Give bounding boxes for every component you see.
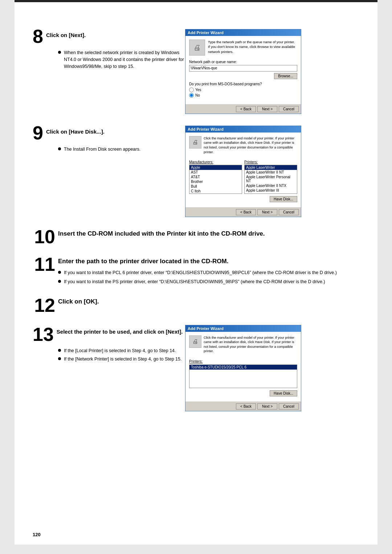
step9-printer-lwpnt[interactable]: Apple LaserWriter Personal NT	[245, 175, 297, 183]
step8-wizard-desc: Type the network path or the queue name …	[208, 40, 297, 54]
step9-next-button[interactable]: Next >	[257, 209, 277, 215]
step9-container: 9 Click on [Have Disk...]. The Install F…	[33, 126, 359, 217]
step13-wizard-desc: Click the manufacturer and model of your…	[204, 335, 297, 354]
step13-back-button[interactable]: < Back	[236, 403, 256, 410]
step10-number: 10	[33, 227, 55, 246]
step9-printer-laserwriter[interactable]: Apple LaserWriter	[245, 165, 297, 170]
step10-title: Insert the CD-ROM included with the Prin…	[58, 229, 359, 238]
step13-next-button[interactable]: Next >	[257, 403, 277, 410]
step8-radio-no-row: No	[189, 93, 297, 98]
step9-printer-lw3[interactable]: Apple LaserWriter III	[245, 188, 297, 193]
step9-list-columns: Manufacturers: Apple AST AT&T Brother Bu…	[189, 160, 297, 194]
step9-printer-lwiig[interactable]: Apple LaserWriter IIg	[245, 193, 297, 194]
step13-wizard-titlebar: Add Printer Wizard	[185, 325, 301, 332]
step9-manufacturer-att[interactable]: AT&T	[189, 175, 242, 179]
step8-right: Add Printer Wizard 🖨 Type the network pa…	[185, 29, 359, 114]
step12-title: Click on [OK].	[58, 298, 359, 305]
step9-title: Click on [Have Disk...].	[46, 129, 105, 135]
step11-bullet-dot-1	[58, 271, 61, 274]
step13-container: 13 Select the printer to be used, and cl…	[33, 325, 359, 411]
step9-manufacturer-ast[interactable]: AST	[189, 170, 242, 175]
step13-left: 13 Select the printer to be used, and cl…	[33, 325, 185, 411]
step9-wizard-footer: < Back Next > Cancel	[185, 207, 301, 217]
step12-body: Click on [OK].	[58, 296, 359, 305]
step8-network-path-input[interactable]	[189, 65, 297, 72]
step8-radio-yes[interactable]	[189, 87, 194, 92]
step13-printers-label: Printers:	[189, 359, 297, 363]
step13-bullet-dot-2	[58, 357, 61, 360]
step13-bullet-2: If the [Network Printer] is selected in …	[58, 356, 185, 363]
step12-container: 12 Click on [OK].	[33, 296, 359, 315]
step13-bullet-1: If the [Local Printer] is selected in St…	[58, 347, 185, 354]
step10-container: 10 Insert the CD-ROM included with the P…	[33, 227, 359, 246]
step13-wizard-body: 🖨 Click the manufacturer and model of yo…	[185, 332, 301, 402]
step9-manufacturers-list[interactable]: Apple AST AT&T Brother Bull C Itoh Canon	[189, 165, 242, 194]
step8-network-path-label: Network path or queue name:	[189, 60, 297, 64]
step10-body: Insert the CD-ROM included with the Prin…	[58, 227, 359, 238]
step12-number: 12	[33, 296, 55, 315]
step8-browse-button[interactable]: Browse...	[274, 73, 297, 79]
step13-have-disk-button[interactable]: Have Disk...	[270, 390, 297, 396]
step9-printers-label: Printers:	[244, 160, 297, 164]
step13-cancel-button[interactable]: Cancel	[279, 403, 299, 410]
step8-number: 8	[33, 27, 43, 46]
step11-bullet-2: If you want to install the PS printer dr…	[58, 278, 359, 285]
step9-wizard-body: 🖨 Click the manufacturer and model of yo…	[185, 133, 301, 207]
step13-wizard: Add Printer Wizard 🖨 Click the manufactu…	[185, 325, 301, 411]
step13-title: Select the printer to be used, and click…	[57, 328, 183, 335]
step9-manufacturer-canon[interactable]: Canon	[189, 194, 242, 194]
step13-number: 13	[33, 325, 54, 344]
step8-browse-row: Browse...	[189, 73, 297, 79]
step9-manufacturer-citoh[interactable]: C Itoh	[189, 189, 242, 194]
step8-radio-no[interactable]	[189, 93, 194, 98]
step9-back-button[interactable]: < Back	[236, 209, 256, 215]
step9-printers-list[interactable]: Apple LaserWriter Apple LaserWriter II N…	[244, 165, 297, 194]
step9-wizard-desc: Click the manufacturer and model of your…	[204, 136, 297, 154]
step9-bullet-dot	[58, 147, 61, 150]
step11-number: 11	[33, 255, 55, 274]
step13-bullet-dot-1	[58, 349, 61, 352]
page-number: 120	[33, 532, 41, 537]
step9-manufacturer-brother[interactable]: Brother	[189, 179, 242, 184]
step8-wizard: Add Printer Wizard 🖨 Type the network pa…	[185, 29, 301, 114]
step8-radio-group: Yes No	[189, 87, 297, 98]
step8-title: Click on [Next].	[46, 32, 86, 38]
step8-wizard-titlebar: Add Printer Wizard	[185, 29, 301, 36]
step8-bullet-1: When the selected network printer is cre…	[58, 49, 185, 70]
step8-bullet-dot	[58, 51, 61, 54]
step9-printer-lw2ntx[interactable]: Apple LaserWriter II NTX	[245, 183, 297, 188]
step13-printer-toshiba[interactable]: Toshiba e-STUDIO15/20/25 PCL 6	[189, 365, 297, 370]
step8-container: 8 Click on [Next]. When the selected net…	[33, 29, 359, 114]
step8-next-button[interactable]: Next >	[257, 106, 277, 112]
step9-right: Add Printer Wizard 🖨 Click the manufactu…	[185, 126, 359, 217]
step8-cancel-button[interactable]: Cancel	[279, 106, 299, 112]
step9-manufacturer-apple[interactable]: Apple	[189, 165, 242, 170]
step9-bullet-1: The Install From Disk screen appears.	[58, 146, 185, 153]
step8-radio-yes-label: Yes	[195, 88, 201, 92]
step9-printer-lw2nt[interactable]: Apple LaserWriter II NT	[245, 170, 297, 175]
step9-number: 9	[33, 123, 43, 142]
step11-bullet-dot-2	[58, 280, 61, 283]
step9-have-disk-row: Have Disk...	[189, 196, 297, 202]
step9-left: 9 Click on [Have Disk...]. The Install F…	[33, 126, 185, 217]
step13-right: Add Printer Wizard 🖨 Click the manufactu…	[185, 325, 359, 411]
step8-wizard-footer: < Back Next > Cancel	[185, 104, 301, 114]
step8-dos-question: Do you print from MS-DOS-based programs?	[189, 82, 297, 86]
step13-printer-icon: 🖨	[189, 335, 201, 348]
step9-printer-icon: 🖨	[189, 136, 201, 148]
step9-cancel-button[interactable]: Cancel	[279, 209, 299, 215]
step9-manufacturer-bull[interactable]: Bull	[189, 184, 242, 189]
step9-wizard-titlebar: Add Printer Wizard	[185, 126, 301, 133]
step8-back-button[interactable]: < Back	[236, 106, 256, 112]
step11-container: 11 Enter the path to the printer driver …	[33, 255, 359, 287]
step9-printers-col: Printers: Apple LaserWriter Apple LaserW…	[244, 160, 297, 194]
step11-bullet-1: If you want to install the PCL 6 printer…	[58, 269, 359, 276]
step8-printer-icon: 🖨	[189, 40, 205, 56]
step8-left: 8 Click on [Next]. When the selected net…	[33, 29, 185, 114]
step13-wizard-footer: < Back Next > Cancel	[185, 402, 301, 411]
step8-wizard-body: 🖨 Type the network path or the queue nam…	[185, 36, 301, 104]
step9-have-disk-button[interactable]: Have Disk...	[270, 196, 297, 202]
step13-printers-list[interactable]: Toshiba e-STUDIO15/20/25 PCL 6	[189, 364, 297, 388]
step9-wizard: Add Printer Wizard 🖨 Click the manufactu…	[185, 126, 301, 217]
top-bar	[15, 0, 377, 2]
